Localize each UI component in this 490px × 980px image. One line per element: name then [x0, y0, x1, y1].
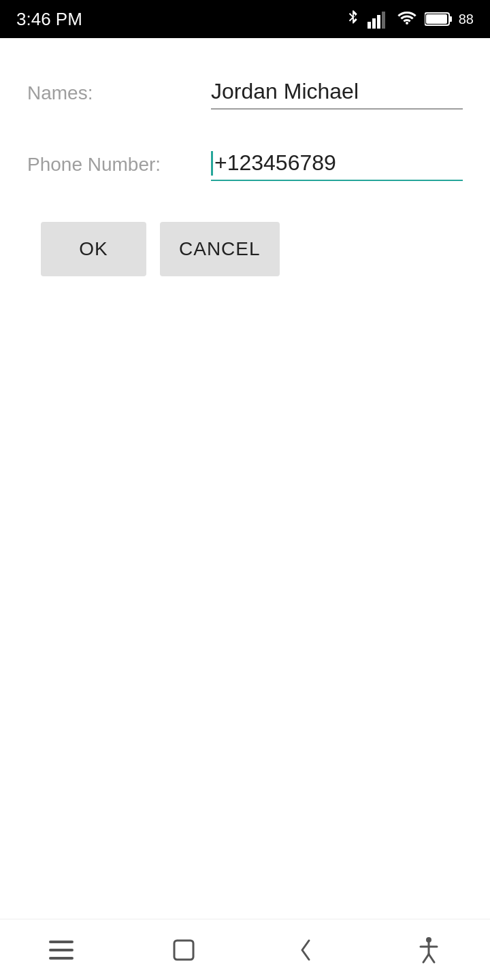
phone-input-wrapper [211, 150, 463, 181]
names-label: Names: [27, 82, 211, 110]
svg-rect-3 [382, 12, 385, 29]
svg-line-14 [423, 954, 429, 962]
phone-label: Phone Number: [27, 154, 211, 181]
nav-bar [0, 919, 490, 980]
svg-rect-9 [49, 957, 74, 960]
signal-icon [368, 10, 389, 29]
ok-button[interactable]: OK [41, 222, 146, 276]
svg-rect-0 [368, 22, 371, 29]
phone-input[interactable] [214, 150, 463, 176]
names-input-wrapper [211, 79, 463, 110]
buttons-row: OK CANCEL [27, 222, 463, 276]
svg-line-15 [429, 954, 434, 962]
accessibility-icon[interactable] [402, 930, 456, 970]
battery-level: 88 [459, 12, 474, 27]
svg-rect-8 [49, 949, 74, 951]
names-input[interactable] [211, 79, 463, 104]
svg-rect-5 [449, 16, 452, 22]
battery-icon [425, 12, 452, 27]
status-time: 3:46 PM [16, 9, 82, 30]
svg-rect-2 [377, 15, 380, 29]
svg-rect-1 [372, 18, 376, 29]
bluetooth-icon [346, 9, 361, 29]
phone-input-display [211, 150, 463, 176]
wifi-icon [396, 10, 418, 29]
svg-rect-7 [49, 941, 74, 943]
status-icons: 88 [346, 9, 474, 29]
back-icon[interactable] [279, 930, 333, 970]
main-content: Names: Phone Number: OK CANCEL [0, 38, 490, 919]
menu-icon[interactable] [34, 930, 88, 970]
cancel-button[interactable]: CANCEL [160, 222, 280, 276]
status-bar: 3:46 PM 88 [0, 0, 490, 38]
svg-rect-10 [174, 941, 193, 960]
phone-row: Phone Number: [27, 150, 463, 181]
names-row: Names: [27, 79, 463, 110]
svg-rect-6 [426, 14, 447, 24]
text-cursor [211, 151, 213, 176]
home-icon[interactable] [157, 930, 211, 970]
